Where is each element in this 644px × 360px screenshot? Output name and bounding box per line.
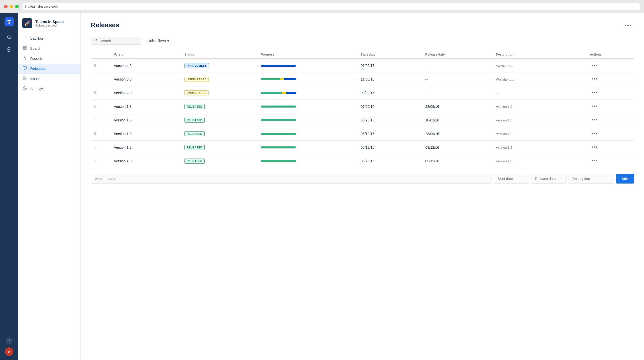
actions-cell: ••• (587, 141, 634, 154)
status-cell: RELEASED (181, 154, 258, 168)
quick-filters-button[interactable]: Quick filters ▾ (144, 37, 172, 44)
progress-green (261, 106, 296, 108)
drag-handle[interactable]: ⠿ (91, 86, 111, 100)
description-cell: Version 1.8 (493, 100, 587, 113)
svg-point-16 (95, 39, 97, 41)
nav-icon-backlog (22, 36, 27, 41)
row-actions-button[interactable]: ••• (590, 76, 599, 82)
release-date-input[interactable] (531, 174, 567, 184)
add-button[interactable]: Add (616, 174, 634, 184)
sidebar-item-reports[interactable]: Reports (18, 54, 80, 64)
more-options-button[interactable]: ••• (623, 21, 634, 30)
nav-icon-settings (22, 86, 27, 91)
actions-cell: ••• (587, 72, 634, 86)
sidebar-item-releases[interactable]: Releases (18, 64, 80, 74)
start-date-cell: 11/06/16 (358, 72, 422, 86)
app-container: ? A 🚀 Teams in Space Software project Ba… (0, 13, 644, 360)
status-badge: RELEASED (184, 104, 205, 109)
description-cell: Version 1.5 (493, 113, 587, 127)
sidebar-nav: Backlog Board Reports Releases Issues Se… (18, 33, 80, 94)
start-date-cell: 08/22/16 (358, 86, 422, 100)
table-row: ⠿ Version 1.2 RELEASED 06/12/16 09/12/16… (91, 141, 634, 154)
progress-cell (258, 113, 358, 127)
start-date-input[interactable] (494, 174, 529, 184)
svg-point-15 (24, 88, 25, 89)
release-date-cell: -- (422, 72, 493, 86)
drag-handle[interactable]: ⠿ (91, 113, 111, 127)
sidebar-item-backlog[interactable]: Backlog (18, 33, 80, 43)
avatar[interactable]: A (5, 347, 13, 356)
progress-bar (261, 92, 296, 94)
description-input[interactable] (569, 174, 614, 184)
project-icon: 🚀 (22, 18, 32, 28)
svg-line-1 (10, 38, 11, 40)
progress-bar (261, 133, 296, 135)
rail-bottom: ? A (5, 337, 13, 356)
progress-cell (258, 100, 358, 113)
row-actions-button[interactable]: ••• (590, 158, 599, 164)
version-cell: Version 4.0 (111, 59, 181, 72)
url-bar[interactable]: jira.teamsinspace.com (22, 3, 640, 10)
drag-handle[interactable]: ⠿ (91, 141, 111, 154)
progress-bar (261, 160, 296, 162)
status-badge: RELEASED (184, 118, 205, 123)
release-date-cell: -- (422, 59, 493, 72)
description-cell: Version 1.0 (493, 154, 587, 168)
status-badge: RELEASED (184, 131, 205, 136)
version-name-input[interactable] (91, 174, 492, 184)
drag-handle[interactable]: ⠿ (91, 59, 111, 72)
svg-rect-8 (23, 46, 24, 48)
help-icon[interactable]: ? (6, 337, 13, 344)
nav-label-settings: Settings (30, 87, 43, 91)
quick-filters-label: Quick filters (147, 39, 166, 43)
filter-bar: Quick filters ▾ (91, 37, 634, 45)
header-row: Version Status Progress Start date Relea… (91, 51, 634, 59)
app-logo[interactable] (5, 17, 14, 26)
version-cell: Version 1.5 (111, 113, 181, 127)
description-cell: Website to... (493, 72, 587, 86)
close-button[interactable] (4, 5, 8, 8)
fullscreen-button[interactable] (15, 5, 19, 8)
row-actions-button[interactable]: ••• (590, 117, 599, 123)
project-subtitle: Software project (35, 24, 64, 27)
status-cell: RELEASED (181, 100, 258, 113)
progress-cell (258, 127, 358, 141)
progress-bar (261, 106, 296, 108)
table-row: ⠿ Version 4.0 IN PROGRESS 01/06/17 -- Aw… (91, 59, 634, 72)
sidebar-item-board[interactable]: Board (18, 43, 80, 54)
progress-cell (258, 154, 358, 168)
add-icon[interactable] (4, 44, 14, 55)
drag-handle[interactable]: ⠿ (91, 127, 111, 141)
progress-bar (261, 65, 296, 67)
table-row: ⠿ Version 1.0 RELEASED 05/20/16 09/12/16… (91, 154, 634, 168)
row-actions-button[interactable]: ••• (590, 144, 599, 150)
col-description: Description (493, 51, 587, 59)
version-cell: Version 3.0 (111, 72, 181, 86)
row-actions-button[interactable]: ••• (590, 62, 599, 69)
progress-bar (261, 119, 296, 121)
main-content: Releases ••• Quick filters ▾ Version (81, 13, 644, 360)
search-box[interactable] (91, 37, 141, 45)
row-actions-button[interactable]: ••• (590, 90, 599, 96)
start-date-cell: 06/20/16 (358, 113, 422, 127)
drag-handle[interactable]: ⠿ (91, 100, 111, 113)
col-status: Status (181, 51, 258, 59)
drag-handle[interactable]: ⠿ (91, 154, 111, 168)
row-actions-button[interactable]: ••• (590, 131, 599, 137)
progress-bar (261, 146, 296, 148)
sidebar-item-settings[interactable]: Settings (18, 84, 80, 94)
nav-icon-issues (22, 76, 27, 81)
browser-chrome: jira.teamsinspace.com (0, 0, 644, 13)
actions-cell: ••• (587, 100, 634, 113)
status-cell: UNRELEASED (181, 86, 258, 100)
sidebar-item-issues[interactable]: Issues (18, 74, 80, 84)
progress-blue (286, 92, 296, 94)
table-header: Version Status Progress Start date Relea… (91, 51, 634, 59)
search-icon[interactable] (4, 32, 14, 42)
start-date-cell: 07/05/16 (358, 100, 422, 113)
drag-handle[interactable]: ⠿ (91, 72, 111, 86)
minimize-button[interactable] (10, 5, 13, 8)
row-actions-button[interactable]: ••• (590, 103, 599, 110)
table-row: ⠿ Version 1.8 RELEASED 07/05/16 28/09/16… (91, 100, 634, 113)
search-input[interactable] (100, 39, 138, 43)
